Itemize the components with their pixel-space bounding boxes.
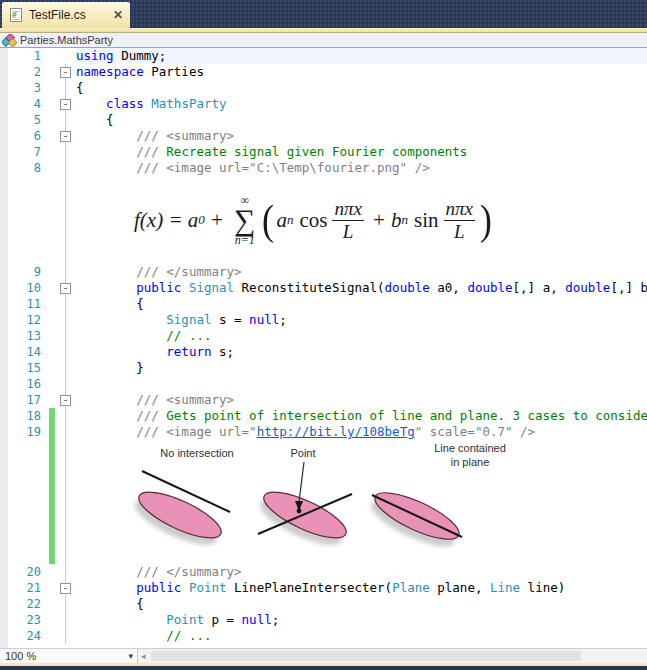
line-plane-diagram-image: No intersection Point Line contained in … — [120, 440, 530, 564]
code-text[interactable]: // ... — [76, 328, 647, 344]
close-icon[interactable]: ✕ — [113, 8, 123, 22]
code-text[interactable]: /// <summary> — [76, 128, 647, 144]
code-text[interactable]: public Point LinePlaneIntersecter(Plane … — [76, 580, 647, 596]
code-line[interactable]: 9 /// </summary> — [0, 264, 647, 280]
change-margin — [48, 264, 56, 280]
code-line[interactable]: 14 return s; — [0, 344, 647, 360]
change-margin — [48, 328, 56, 344]
code-line[interactable]: 5 { — [0, 112, 647, 128]
label-line-contained: Line contained — [434, 442, 506, 454]
scrollbar-thumb[interactable] — [151, 651, 581, 661]
breadcrumb-text[interactable]: Parties.MathsParty — [20, 34, 113, 46]
collapse-toggle[interactable]: - — [60, 583, 71, 594]
code-line[interactable]: 11 { — [0, 296, 647, 312]
vs-document-window: # TestFile.cs ✕ Parties.MathsParty 1usin… — [0, 0, 647, 670]
change-bar — [48, 408, 56, 424]
outlining-margin — [56, 160, 76, 176]
code-text[interactable]: return s; — [76, 344, 647, 360]
code-text[interactable]: /// <image url="http://bit.ly/108beTg" s… — [76, 424, 647, 440]
change-margin — [48, 596, 56, 612]
line-number: 20 — [0, 564, 48, 580]
code-line[interactable]: 17- /// <summary> — [0, 392, 647, 408]
line-number: 18 — [0, 408, 48, 424]
outlining-margin — [56, 376, 76, 392]
code-lines-middle: 9 /// </summary>10- public Signal Recons… — [0, 264, 647, 440]
code-text[interactable]: Signal s = null; — [76, 312, 647, 328]
svg-text:#: # — [12, 10, 17, 20]
scrollbar-track[interactable] — [149, 649, 647, 663]
line-number: 23 — [0, 612, 48, 628]
line-number: 7 — [0, 144, 48, 160]
code-line[interactable]: 22 { — [0, 596, 647, 612]
change-bar — [48, 440, 56, 564]
code-text[interactable]: /// Gets point of intersection of line a… — [76, 408, 647, 424]
code-text[interactable]: { — [76, 596, 647, 612]
code-text[interactable]: { — [76, 80, 647, 96]
line-number: 8 — [0, 160, 48, 176]
code-editor[interactable]: 1using Dummy;2-namespace Parties3{4- cla… — [0, 48, 647, 648]
code-line[interactable]: 12 Signal s = null; — [0, 312, 647, 328]
code-line[interactable]: 13 // ... — [0, 328, 647, 344]
line-number: 3 — [0, 80, 48, 96]
line-number: 24 — [0, 628, 48, 644]
change-margin — [48, 392, 56, 408]
zoom-control[interactable]: 100 % ▾ — [0, 649, 138, 663]
code-line[interactable]: 3{ — [0, 80, 647, 96]
intersection-point — [297, 509, 302, 514]
outlining-margin — [56, 328, 76, 344]
line-number: 19 — [0, 424, 48, 440]
code-line[interactable]: 1using Dummy; — [0, 48, 647, 64]
change-margin — [48, 344, 56, 360]
code-line[interactable]: 4- class MathsParty — [0, 96, 647, 112]
code-text[interactable]: // ... — [76, 628, 647, 644]
code-line[interactable]: 23 Point p = null; — [0, 612, 647, 628]
code-text[interactable]: class MathsParty — [76, 96, 647, 112]
code-text[interactable]: { — [76, 296, 647, 312]
outlining-margin — [56, 564, 76, 580]
code-text[interactable]: /// <summary> — [76, 392, 647, 408]
outlining-margin: - — [56, 392, 76, 408]
code-text[interactable]: public Signal ReconstituteSignal(double … — [76, 280, 647, 296]
document-tab[interactable]: # TestFile.cs ✕ — [2, 2, 130, 28]
code-line[interactable]: 2-namespace Parties — [0, 64, 647, 80]
navigation-bar[interactable]: Parties.MathsParty — [0, 33, 647, 48]
outlining-margin: - — [56, 280, 76, 296]
code-text[interactable]: /// </summary> — [76, 564, 647, 580]
code-line[interactable]: 8 /// <image url="C:\Temp\fourier.png" /… — [0, 160, 647, 176]
code-text[interactable]: { — [76, 112, 647, 128]
line-number: 13 — [0, 328, 48, 344]
summation-symbol: ∞ ∑ n=1 — [234, 194, 255, 247]
code-text[interactable]: Point p = null; — [76, 612, 647, 628]
code-line[interactable]: 18 /// Gets point of intersection of lin… — [0, 408, 647, 424]
code-line[interactable]: 15 } — [0, 360, 647, 376]
editor-bottom-bar: 100 % ▾ ◂ — [0, 648, 647, 663]
outlining-margin — [56, 628, 76, 644]
collapse-toggle[interactable]: - — [60, 395, 71, 406]
horizontal-scrollbar[interactable]: ◂ — [138, 649, 647, 663]
code-line[interactable]: 10- public Signal ReconstituteSignal(dou… — [0, 280, 647, 296]
scroll-left-icon[interactable]: ◂ — [138, 651, 149, 661]
code-text[interactable]: } — [76, 360, 647, 376]
change-margin — [48, 112, 56, 128]
code-text[interactable]: namespace Parties — [76, 64, 647, 80]
code-line[interactable]: 7 /// Recreate signal given Fourier comp… — [0, 144, 647, 160]
code-text[interactable]: using Dummy; — [76, 48, 647, 64]
code-text[interactable] — [76, 376, 647, 392]
class-icon — [2, 34, 17, 47]
collapse-toggle[interactable]: - — [60, 99, 71, 110]
code-line[interactable]: 6- /// <summary> — [0, 128, 647, 144]
code-text[interactable]: /// <image url="C:\Temp\fourier.png" /> — [76, 160, 647, 176]
code-line[interactable]: 19 /// <image url="http://bit.ly/108beTg… — [0, 424, 647, 440]
change-margin — [48, 64, 56, 80]
outlining-margin — [56, 296, 76, 312]
code-text[interactable]: /// </summary> — [76, 264, 647, 280]
collapse-toggle[interactable]: - — [60, 131, 71, 142]
collapse-toggle[interactable]: - — [60, 67, 71, 78]
code-line[interactable]: 20 /// </summary> — [0, 564, 647, 580]
code-text[interactable]: /// Recreate signal given Fourier compon… — [76, 144, 647, 160]
code-line[interactable]: 21- public Point LinePlaneIntersecter(Pl… — [0, 580, 647, 596]
collapse-toggle[interactable]: - — [60, 283, 71, 294]
code-line[interactable]: 24 // ... — [0, 628, 647, 644]
chevron-down-icon[interactable]: ▾ — [128, 651, 133, 661]
code-line[interactable]: 16 — [0, 376, 647, 392]
